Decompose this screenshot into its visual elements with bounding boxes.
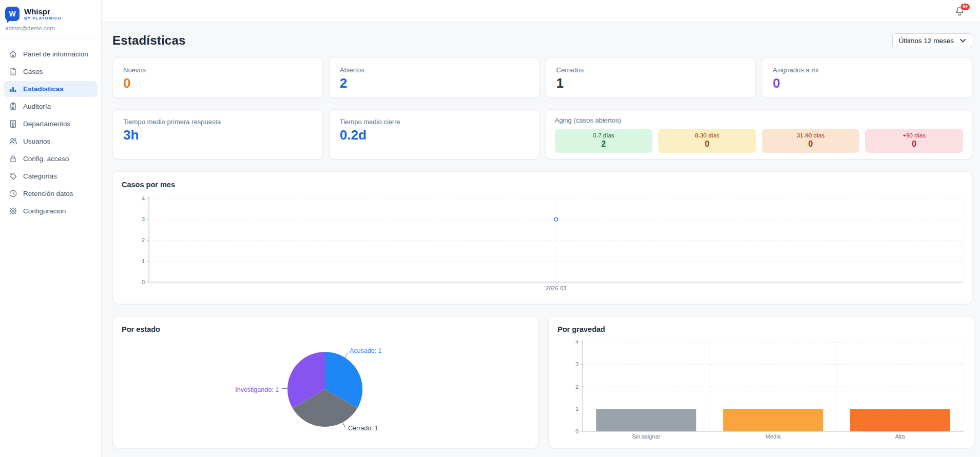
pie-chart-svg: Acusado: 1Cerrado: 1Investigando: 1 bbox=[122, 337, 529, 434]
by-severity-card: Por gravedad 01234Sin asignarMediaAlta bbox=[548, 316, 974, 448]
kpi-card-tiempo-medio-cierre: Tiempo medio cierre0.2d bbox=[329, 109, 540, 160]
brand-name: Whispr bbox=[24, 7, 61, 16]
svg-text:0: 0 bbox=[142, 279, 145, 285]
kpi-label: Tiempo medio primera respuesta bbox=[123, 118, 312, 126]
bar-chart-svg: 01234Sin asignarMediaAlta bbox=[558, 337, 965, 441]
stat-label: Abiertos bbox=[340, 66, 529, 74]
svg-text:3: 3 bbox=[142, 216, 145, 222]
by-status-card: Por estado Acusado: 1Cerrado: 1Investiga… bbox=[112, 316, 539, 448]
sidebar-item-usuarios[interactable]: Usuarios bbox=[4, 133, 98, 149]
bar-sin-asignar bbox=[596, 409, 696, 432]
sidebar-item-label: Configuración bbox=[23, 207, 66, 215]
svg-text:4: 4 bbox=[142, 195, 145, 202]
sidebar-item-auditori-a[interactable]: Auditoría bbox=[4, 98, 98, 114]
user-email: admin@demo.com bbox=[0, 23, 101, 38]
svg-text:2: 2 bbox=[142, 237, 145, 243]
stat-value: 0 bbox=[123, 76, 312, 91]
range-select-value: Últimos 12 meses bbox=[899, 37, 954, 45]
line-chart-svg: 012342026-03 bbox=[122, 192, 964, 297]
stat-value: 0 bbox=[773, 76, 962, 91]
lock-icon bbox=[9, 154, 17, 163]
stat-value: 2 bbox=[340, 76, 529, 91]
bar-alta bbox=[850, 409, 950, 432]
sidebar: W Whispr BY PLATOMICO admin@demo.com Pan… bbox=[0, 0, 102, 457]
sidebar-item-label: Retención datos bbox=[23, 190, 73, 197]
aging-bucket-0-7-di-as: 0-7 días2 bbox=[555, 129, 653, 153]
home-icon bbox=[9, 50, 17, 58]
stat-card-abiertos: Abiertos2 bbox=[329, 57, 540, 98]
kpi-card-tiempo-medio-primera-respuesta: Tiempo medio primera respuesta3h bbox=[112, 109, 323, 160]
cases-per-month-title: Casos por mes bbox=[122, 181, 963, 189]
bar-media bbox=[723, 409, 823, 432]
svg-text:Sin asignar: Sin asignar bbox=[632, 433, 660, 440]
svg-text:Media: Media bbox=[765, 433, 781, 440]
page-title: Estadísticas bbox=[112, 33, 185, 48]
svg-text:4: 4 bbox=[575, 339, 579, 345]
pie-label-cerrado: Cerrado: 1 bbox=[348, 425, 378, 432]
sidebar-item-departamentos[interactable]: Departamentos bbox=[4, 116, 98, 132]
page-header: Estadísticas Últimos 12 meses bbox=[112, 33, 972, 48]
by-status-pie-chart: Acusado: 1Cerrado: 1Investigando: 1 bbox=[122, 337, 529, 434]
sidebar-item-label: Panel de información bbox=[23, 50, 88, 58]
sidebar-item-label: Departamentos bbox=[23, 120, 70, 128]
data-point bbox=[554, 217, 558, 221]
aging-buckets: 0-7 días28-30 días031-90 días0+90 días0 bbox=[555, 129, 964, 153]
kpi-label: Tiempo medio cierre bbox=[340, 118, 529, 126]
by-severity-title: Por gravedad bbox=[558, 325, 965, 333]
sidebar-item-estadi-sticas[interactable]: Estadísticas bbox=[4, 81, 98, 97]
stat-card-cerrados: Cerrados1 bbox=[546, 57, 756, 98]
brand: W Whispr BY PLATOMICO bbox=[0, 0, 101, 23]
clock-icon bbox=[9, 189, 17, 198]
sidebar-item-categori-as[interactable]: Categorías bbox=[4, 168, 98, 184]
kpi-value: 3h bbox=[123, 128, 312, 143]
sidebar-item-panel-de-informacio-n[interactable]: Panel de información bbox=[4, 46, 98, 62]
svg-text:1: 1 bbox=[575, 406, 579, 412]
bottom-charts-row: Por estado Acusado: 1Cerrado: 1Investiga… bbox=[112, 316, 972, 448]
stat-value: 1 bbox=[556, 76, 745, 91]
notifications-button[interactable]: 9+ bbox=[954, 6, 966, 17]
stat-card-nuevos: Nuevos0 bbox=[112, 57, 323, 98]
by-severity-bar-chart: 01234Sin asignarMediaAlta bbox=[558, 337, 965, 441]
sidebar-item-casos[interactable]: Casos bbox=[4, 64, 98, 80]
stats-cards-grid: Nuevos0Abiertos2Cerrados1Asignados a mí0… bbox=[112, 57, 972, 160]
svg-text:0: 0 bbox=[575, 428, 579, 434]
svg-text:1: 1 bbox=[142, 258, 145, 264]
aging-bucket-label: 8-30 días bbox=[658, 132, 756, 138]
sidebar-item-retencio-n-datos[interactable]: Retención datos bbox=[4, 186, 98, 202]
aging-bucket-label: 31-90 días bbox=[762, 132, 860, 138]
bar-chart-icon bbox=[9, 85, 17, 93]
gear-icon bbox=[9, 207, 17, 215]
aging-bucket-label: 0-7 días bbox=[555, 132, 653, 138]
svg-text:3: 3 bbox=[575, 361, 579, 367]
aging-title: Aging (casos abiertos) bbox=[555, 116, 964, 124]
users-icon bbox=[9, 137, 17, 146]
pie-label-acusado: Acusado: 1 bbox=[350, 347, 382, 354]
brand-tagline: BY PLATOMICO bbox=[24, 16, 61, 21]
sidebar-nav: Panel de informaciónCasosEstadísticasAud… bbox=[0, 38, 101, 228]
aging-bucket-value: 2 bbox=[555, 140, 653, 149]
pie-label-investigando: Investigando: 1 bbox=[235, 386, 279, 393]
sidebar-item-config-acceso[interactable]: Config. acceso bbox=[4, 151, 98, 167]
range-select[interactable]: Últimos 12 meses bbox=[892, 33, 972, 48]
svg-text:2: 2 bbox=[575, 384, 579, 390]
svg-text:Alta: Alta bbox=[895, 433, 906, 440]
stat-label: Nuevos bbox=[123, 66, 312, 74]
aging-bucket-label: +90 días bbox=[865, 132, 963, 138]
aging-card: Aging (casos abiertos)0-7 días28-30 días… bbox=[546, 109, 973, 160]
aging-bucket-8-30-di-as: 8-30 días0 bbox=[658, 129, 756, 153]
chevron-down-icon bbox=[960, 39, 966, 43]
sidebar-item-label: Auditoría bbox=[23, 103, 51, 110]
sidebar-item-label: Usuarios bbox=[23, 137, 50, 145]
by-status-title: Por estado bbox=[122, 325, 529, 333]
sidebar-item-label: Casos bbox=[23, 68, 43, 75]
clipboard-icon bbox=[9, 102, 17, 111]
sidebar-item-configuracio-n[interactable]: Configuración bbox=[4, 203, 98, 219]
cases-per-month-card: Casos por mes 012342026-03 bbox=[112, 171, 972, 304]
aging-bucket-31-90-di-as: 31-90 días0 bbox=[762, 129, 860, 153]
aging-bucket-90-di-as: +90 días0 bbox=[865, 129, 963, 153]
aging-bucket-value: 0 bbox=[865, 140, 963, 149]
logo-letter: W bbox=[9, 10, 15, 18]
svg-text:2026-03: 2026-03 bbox=[546, 285, 566, 291]
cases-per-month-chart: 012342026-03 bbox=[122, 192, 963, 297]
sidebar-item-label: Estadísticas bbox=[23, 85, 64, 93]
